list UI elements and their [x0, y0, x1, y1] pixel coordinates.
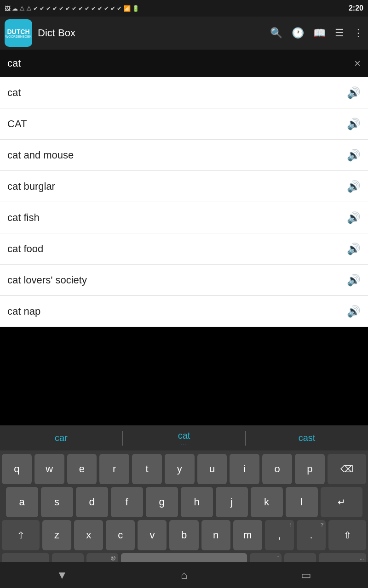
key-x[interactable]: x [74, 520, 103, 550]
key-p[interactable]: p [295, 454, 325, 484]
key-e[interactable]: e [67, 454, 97, 484]
key-w[interactable]: w [34, 454, 64, 484]
key-row-1: q w e r t y u i o p ⌫ [2, 454, 366, 484]
home-button[interactable]: ⌂ [181, 569, 188, 582]
search-icon[interactable]: 🔍 [270, 27, 282, 39]
key-g[interactable]: g [146, 487, 178, 517]
key-row-3: ⇧ z x c v b n m , ! . ? ⇧ [2, 520, 366, 550]
sound-icon[interactable]: 🔊 [347, 211, 361, 224]
key-z[interactable]: z [42, 520, 71, 550]
result-item-cat-nap[interactable]: cat nap 🔊 [0, 296, 368, 327]
sound-icon[interactable]: 🔊 [347, 243, 361, 255]
key-l[interactable]: l [286, 487, 318, 517]
suggestion-car[interactable]: car [0, 428, 122, 448]
book-icon[interactable]: 📖 [313, 27, 326, 39]
check-8: ✔ [78, 5, 83, 12]
search-bar: × [0, 50, 368, 77]
back-button[interactable]: ▼ [57, 569, 68, 582]
slash-sublabel: @ [110, 555, 115, 560]
warn-icon-1: ⚠ [19, 5, 25, 12]
key-u[interactable]: u [197, 454, 227, 484]
enter-key[interactable]: ↵ [321, 487, 362, 517]
key-y[interactable]: y [165, 454, 195, 484]
suggestions-row: car cat ... cast [0, 425, 368, 451]
key-i[interactable]: i [230, 454, 259, 484]
results-list: cat 🔊 CAT 🔊 cat and mouse 🔊 cat burglar … [0, 77, 368, 327]
shift-key-right[interactable]: ⇧ [328, 520, 366, 550]
app-bar-icons: 🔍 🕐 📖 ☰ ⋮ [270, 27, 363, 39]
key-n[interactable]: n [201, 520, 230, 550]
more-icon[interactable]: ⋮ [353, 27, 363, 39]
check-11: ✔ [98, 5, 103, 12]
result-item-cat-lovers-society[interactable]: cat lovers' society 🔊 [0, 265, 368, 296]
check-4: ✔ [52, 5, 58, 12]
key-j[interactable]: j [216, 487, 248, 517]
check-7: ✔ [72, 5, 77, 12]
key-comma[interactable]: , ! [265, 520, 294, 550]
result-text: cat lovers' society [7, 274, 87, 286]
result-item-cat-burglar[interactable]: cat burglar 🔊 [0, 171, 368, 202]
key-d[interactable]: d [76, 487, 108, 517]
check-3: ✔ [46, 5, 51, 12]
result-text: cat and mouse [7, 149, 74, 161]
result-item-cat[interactable]: cat 🔊 [0, 77, 368, 108]
logo-dutch: DUTCH [7, 28, 30, 35]
smiley-sublabel: ... [360, 555, 364, 560]
check-1: ✔ [33, 5, 38, 12]
key-b[interactable]: b [169, 520, 198, 550]
key-k[interactable]: k [251, 487, 283, 517]
key-t[interactable]: t [132, 454, 162, 484]
backspace-key[interactable]: ⌫ [328, 454, 366, 484]
sound-icon[interactable]: 🔊 [347, 274, 361, 287]
check-2: ✔ [40, 5, 45, 12]
sound-icon[interactable]: 🔊 [347, 180, 361, 193]
key-s[interactable]: s [41, 487, 73, 517]
period-sublabel: ? [321, 522, 323, 527]
suggestion-cat-text: cat [178, 430, 190, 441]
sound-icon[interactable]: 🔊 [347, 86, 361, 99]
result-text: cat fish [7, 212, 40, 224]
warn-icon-2: ⚠ [26, 5, 32, 12]
key-q[interactable]: q [2, 454, 32, 484]
key-f[interactable]: f [111, 487, 143, 517]
shift-key-left[interactable]: ⇧ [2, 520, 40, 550]
search-input[interactable] [7, 57, 354, 69]
key-period[interactable]: . ? [297, 520, 326, 550]
suggestion-cat[interactable]: cat ... [123, 426, 245, 451]
suggestion-dots: ... [123, 441, 245, 446]
status-time: 2:20 [349, 4, 363, 12]
key-m[interactable]: m [233, 520, 262, 550]
check-5: ✔ [59, 5, 64, 12]
app-logo: DUTCH WOORDENBOEK [5, 19, 32, 47]
result-item-cat-food[interactable]: cat food 🔊 [0, 233, 368, 265]
sound-icon[interactable]: 🔊 [347, 149, 361, 162]
result-text: cat burglar [7, 181, 55, 192]
result-item-cat-fish[interactable]: cat fish 🔊 [0, 202, 368, 233]
suggestion-cast[interactable]: cast [246, 428, 368, 448]
check-12: ✔ [104, 5, 109, 12]
key-o[interactable]: o [262, 454, 292, 484]
bottom-nav: ▼ ⌂ ▭ [0, 562, 368, 588]
check-9: ✔ [85, 5, 90, 12]
recents-button[interactable]: ▭ [301, 569, 311, 582]
keyboard-area: car cat ... cast q w e r t y u i o p ⌫ a… [0, 425, 368, 588]
sound-icon[interactable]: 🔊 [347, 305, 361, 318]
key-v[interactable]: v [138, 520, 167, 550]
apos-sublabel: " [277, 555, 279, 560]
key-h[interactable]: h [181, 487, 213, 517]
clear-button[interactable]: × [354, 57, 361, 70]
key-c[interactable]: c [106, 520, 135, 550]
check-14: ✔ [117, 5, 122, 12]
check-10: ✔ [91, 5, 96, 12]
menu-icon[interactable]: ☰ [335, 27, 344, 39]
logo-sub: WOORDENBOEK [6, 35, 32, 38]
sound-icon[interactable]: 🔊 [347, 118, 361, 130]
result-item-cat-and-mouse[interactable]: cat and mouse 🔊 [0, 140, 368, 171]
key-a[interactable]: a [6, 487, 38, 517]
result-text: cat food [7, 243, 43, 255]
key-r[interactable]: r [99, 454, 129, 484]
result-item-CAT[interactable]: CAT 🔊 [0, 108, 368, 140]
history-icon[interactable]: 🕐 [292, 27, 304, 39]
key-row-2: a s d f g h j k l ↵ [2, 487, 366, 517]
status-icons: 🖼 ☁ ⚠ ⚠ ✔ ✔ ✔ ✔ ✔ ✔ ✔ ✔ ✔ ✔ ✔ ✔ ✔ ✔ 📶 🔋 [5, 5, 139, 12]
